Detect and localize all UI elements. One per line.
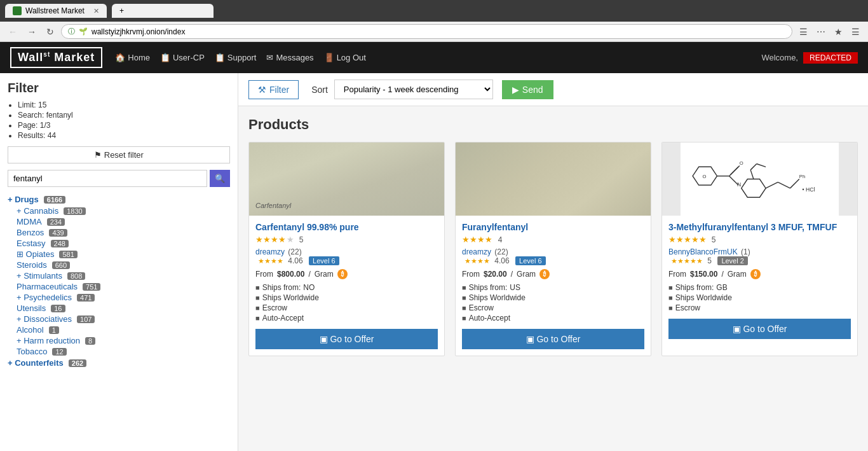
svg-text:Ph: Ph [799, 174, 805, 179]
filter-page: Page: 1/3 [18, 121, 230, 130]
more-button[interactable]: ⋯ [813, 25, 829, 38]
price-unit-3: / [721, 270, 723, 279]
sort-label: Sort [311, 85, 328, 95]
filter-button[interactable]: ⚒ Filter [248, 80, 299, 99]
cat-benzos[interactable]: Benzos439 [17, 227, 230, 238]
seller-row-2: dreamzy (22) ★★★★ 4.06 Level 6 [462, 247, 644, 265]
cat-tobacco[interactable]: Tobacco12 [17, 346, 230, 357]
price-2: $20.00 [484, 270, 507, 279]
results-value: 44 [48, 131, 56, 140]
cat-drugs[interactable]: + Drugs6166 [8, 193, 230, 205]
search-input[interactable] [8, 170, 207, 187]
product-image-3: O O N [662, 142, 857, 216]
rating-count-1: 5 [299, 235, 304, 244]
product-card-1: Carfentanyl Carfentanyl 99.98% pure ★★★★… [248, 142, 445, 356]
filter-results: Results: 44 [18, 131, 230, 140]
filter-icon: ⚒ [258, 85, 266, 95]
product-body-3: 3-Methylfuranylfentanyl 3 MFUF, TMFUF ★★… [662, 216, 857, 345]
price-unit-1: / [308, 270, 310, 279]
offer-label-1: Go to Offer [330, 334, 374, 344]
filter-limit: Limit: 15 [18, 101, 230, 109]
close-tab-button[interactable]: ✕ [93, 7, 99, 15]
price-3: $150.00 [690, 270, 717, 279]
svg-text:• HCl: • HCl [803, 186, 815, 193]
cat-pharmaceuticals[interactable]: Pharmaceuticals751 [17, 281, 230, 292]
search-button[interactable]: 🔍 [210, 170, 230, 187]
product-title-2[interactable]: Furanylfentanyl [462, 222, 644, 232]
product-title-3[interactable]: 3-Methylfuranylfentanyl 3 MFUF, TMFUF [668, 222, 851, 232]
escrow-icon-1: ■ [255, 304, 260, 312]
nav-logout[interactable]: 🚪 Log Out [324, 53, 366, 62]
nav-home[interactable]: 🏠 Home [115, 53, 150, 62]
product-body-2: Furanylfentanyl ★★★★ 4 dreamzy (22) ★★★★… [456, 216, 651, 356]
offer-label-3: Go to Offer [743, 324, 787, 334]
cat-psychedelics[interactable]: + Psychedelics471 [17, 292, 230, 303]
sort-select[interactable]: Popularity - 1 week descending Price asc… [334, 80, 493, 99]
svg-text:N: N [737, 181, 741, 188]
go-to-offer-button-1[interactable]: ▣ Go to Offer [255, 329, 438, 349]
top-nav: Wallst Market 🏠 Home 📋 User-CP 📋 Support… [0, 42, 868, 73]
level-badge-1: Level 6 [309, 256, 339, 265]
go-to-offer-button-2[interactable]: ▣ Go to Offer [462, 329, 644, 349]
price-unit-2: / [511, 270, 513, 279]
onion-icon: 🌱 [79, 27, 88, 36]
forward-button[interactable]: → [24, 25, 39, 38]
limit-value: 15 [38, 101, 46, 109]
price-from-3: From [668, 270, 686, 279]
main-layout: Filter Limit: 15 Search: fentanyl Page: … [0, 73, 868, 451]
level-badge-2: Level 6 [515, 256, 545, 265]
cat-ecstasy[interactable]: Ecstasy248 [17, 238, 230, 249]
ships-from-2: ■ Ships from: US [462, 283, 644, 292]
product-image-1: Carfentanyl [249, 142, 444, 216]
escrow-icon-2: ■ [462, 304, 466, 312]
escrow-3: ■ Escrow [668, 303, 851, 312]
reload-button[interactable]: ↻ [43, 25, 57, 38]
unit-3: Gram [728, 270, 747, 279]
btc-icon-1: ₿ [337, 269, 348, 279]
go-to-offer-button-3[interactable]: ▣ Go to Offer [668, 319, 851, 339]
nav-user-cp[interactable]: 📋 User-CP [160, 53, 205, 62]
browser-tab[interactable]: Wallstreet Market ✕ [5, 4, 107, 18]
send-icon: ▶ [512, 85, 519, 95]
star-button[interactable]: ★ [831, 25, 846, 38]
send-button[interactable]: ▶ Send [502, 80, 553, 99]
product-stars-1: ★★★★★ 5 [255, 235, 438, 244]
cat-opiates[interactable]: ⊞ Opiates581 [17, 249, 230, 260]
cat-cannabis[interactable]: + Cannabis1830 [17, 205, 230, 216]
seller-reviews-3: (1) [741, 247, 750, 256]
cat-utensils[interactable]: Utensils16 [17, 303, 230, 314]
results-label: Results: [18, 131, 45, 140]
product-body-1: Carfentanyl 99.98% pure ★★★★★ 5 dreamzy … [249, 216, 444, 356]
back-button[interactable]: ← [5, 25, 20, 38]
filter-search: Search: fentanyl [18, 111, 230, 120]
seller-name-3[interactable]: BennyBlancoFrmUK [668, 247, 738, 256]
nav-support[interactable]: 📋 Support [215, 53, 257, 62]
cat-harm-reduction[interactable]: + Harm reduction8 [17, 335, 230, 346]
new-tab-button[interactable]: + [112, 4, 214, 18]
cat-counterfeits[interactable]: + Counterfeits262 [8, 357, 230, 369]
svg-text:O: O [740, 160, 743, 166]
url-input[interactable] [92, 27, 785, 36]
seller-stars-3: ★★★★★ [671, 257, 703, 265]
bookmarks-button[interactable]: ☰ [796, 25, 811, 38]
cat-stimulants[interactable]: + Stimulants808 [17, 270, 230, 281]
cat-mdma[interactable]: MDMA234 [17, 216, 230, 227]
cat-alcohol[interactable]: Alcohol1 [17, 324, 230, 335]
auto-accept-2: ■ Auto-Accept [462, 314, 644, 323]
nav-messages[interactable]: ✉ Messages [266, 53, 313, 62]
sidebar: Filter Limit: 15 Search: fentanyl Page: … [0, 73, 238, 451]
ship-from-icon-3: ■ [668, 284, 673, 291]
category-list: + Drugs6166 + Cannabis1830 MDMA234 Benzo… [8, 193, 230, 369]
seller-name-2[interactable]: dreamzy [462, 247, 491, 256]
ships-worldwide-1: ■ Ships Worldwide [255, 293, 438, 302]
ships-from-3: ■ Ships from: GB [668, 283, 851, 292]
cat-dissociatives[interactable]: + Dissociatives107 [17, 314, 230, 324]
welcome-text: Welcome, [761, 53, 798, 62]
seller-name-1[interactable]: dreamzy [255, 247, 285, 256]
page-value: 1/3 [40, 121, 51, 130]
product-title-1[interactable]: Carfentanyl 99.98% pure [255, 222, 438, 232]
cat-steroids[interactable]: Steroids660 [17, 260, 230, 270]
menu-button[interactable]: ☰ [848, 25, 863, 38]
ships-worldwide-3: ■ Ships Worldwide [668, 293, 851, 302]
reset-filter-button[interactable]: ⚑ Reset filter [8, 146, 230, 163]
